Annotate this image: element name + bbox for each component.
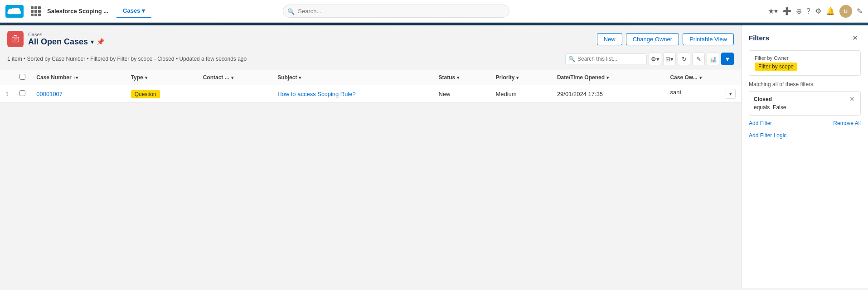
sort-icon-priority: ▾ bbox=[516, 75, 519, 80]
add-filter-button[interactable]: Add Filter bbox=[749, 120, 772, 126]
gear-icon[interactable]: ⚙ bbox=[815, 7, 821, 15]
row-action-button[interactable]: ▾ bbox=[726, 89, 736, 99]
row-num-col bbox=[0, 70, 14, 85]
view-header-right: New Change Owner Printable View bbox=[597, 33, 734, 45]
search-list-input[interactable] bbox=[565, 53, 647, 64]
filter-icon[interactable]: ▼ bbox=[721, 53, 734, 65]
filter-item-content: Closed equals False bbox=[754, 95, 786, 111]
avatar[interactable]: U bbox=[839, 5, 852, 18]
add-icon[interactable]: ➕ bbox=[782, 7, 791, 15]
search-list-icon: 🔍 bbox=[568, 56, 575, 62]
filter-value: False bbox=[773, 104, 786, 111]
list-info: 1 item • Sorted by Case Number • Filtere… bbox=[7, 56, 247, 62]
filter-operator: equals bbox=[754, 104, 770, 111]
search-container: 🔍 bbox=[283, 5, 509, 18]
content-area: Cases All Open Cases ▾ 📌 New Change Owne… bbox=[0, 25, 868, 288]
sort-icon-owner: ▾ bbox=[699, 75, 702, 80]
filters-title: Filters bbox=[749, 34, 769, 42]
refresh-icon[interactable]: ↻ bbox=[678, 53, 690, 65]
main-panel: Cases All Open Cases ▾ 📌 New Change Owne… bbox=[0, 25, 741, 288]
cell-type: Question bbox=[126, 85, 198, 103]
case-owner-text: sant bbox=[670, 89, 681, 96]
cell-status: New bbox=[433, 85, 490, 103]
filter-item: Closed equals False ✕ bbox=[749, 91, 861, 116]
cell-priority: Medium bbox=[490, 85, 552, 103]
gear-list-icon[interactable]: ⚙▾ bbox=[649, 53, 661, 65]
question-icon[interactable]: ? bbox=[806, 7, 810, 15]
col-status[interactable]: Status ▾ bbox=[433, 70, 490, 85]
filter-owner-label: Filter by Owner bbox=[755, 55, 855, 61]
col-date-time-opened[interactable]: Date/Time Opened ▾ bbox=[552, 70, 665, 85]
filter-owner-section: Filter by Owner Filter by scope bbox=[749, 50, 861, 76]
sort-icon-type: ▾ bbox=[145, 75, 147, 80]
sf-logo[interactable] bbox=[5, 5, 24, 18]
cell-case-owner: sant ▾ bbox=[664, 85, 741, 103]
cell-case-number: 00001007 bbox=[31, 85, 125, 103]
view-title: All Open Cases ▾ 📌 bbox=[28, 37, 104, 47]
col-contact[interactable]: Contact ... ▾ bbox=[198, 70, 272, 85]
search-list-container: 🔍 bbox=[565, 53, 647, 64]
nav-icons: ★▾ ➕ ⊕ ? ⚙ 🔔 U bbox=[768, 5, 852, 18]
graph-icon[interactable]: 📊 bbox=[707, 53, 719, 65]
remove-filter-item-button[interactable]: ✕ bbox=[849, 95, 856, 102]
edit-list-icon[interactable]: ✎ bbox=[692, 53, 705, 65]
printable-view-button[interactable]: Printable View bbox=[683, 33, 734, 45]
close-filters-button[interactable]: ✕ bbox=[849, 33, 861, 43]
view-header-left: Cases All Open Cases ▾ 📌 bbox=[7, 31, 104, 47]
breadcrumb-title: Cases All Open Cases ▾ 📌 bbox=[28, 32, 104, 47]
select-all-checkbox[interactable] bbox=[19, 74, 25, 80]
row-number: 1 bbox=[0, 85, 14, 103]
list-toolbar: 1 item • Sorted by Case Number • Filtere… bbox=[0, 51, 741, 68]
cases-tab-chevron: ▾ bbox=[142, 7, 145, 14]
app-name: Salesforce Scoping ... bbox=[47, 8, 108, 14]
col-subject[interactable]: Subject ▾ bbox=[272, 70, 433, 85]
add-filter-logic-button[interactable]: Add Filter Logic bbox=[749, 132, 786, 139]
waffle-icon[interactable]: ⊕ bbox=[796, 7, 802, 15]
breadcrumb: Cases bbox=[28, 32, 104, 37]
pencil-icon[interactable]: ✎ bbox=[857, 7, 863, 15]
table-header-row: Case Number ↑▾ Type ▾ Contact ... bbox=[0, 70, 741, 85]
cases-tab[interactable]: Cases ▾ bbox=[116, 5, 151, 18]
col-case-owner[interactable]: Case Ow... ▾ bbox=[664, 70, 741, 85]
case-number-link[interactable]: 00001007 bbox=[36, 91, 63, 97]
favorites-icon[interactable]: ★▾ bbox=[768, 7, 778, 15]
sort-icon-date: ▾ bbox=[606, 75, 609, 80]
type-badge: Question bbox=[131, 90, 160, 98]
new-button[interactable]: New bbox=[597, 33, 622, 45]
view-title-dropdown[interactable]: ▾ bbox=[91, 39, 94, 45]
grid-icon[interactable] bbox=[31, 6, 41, 16]
search-input[interactable] bbox=[283, 5, 509, 18]
filter-links: Add Filter Remove All bbox=[749, 120, 861, 126]
subject-link[interactable]: How to access Scoping Rule? bbox=[277, 91, 356, 97]
table-row: 1 00001007 Question How to access Scopin… bbox=[0, 85, 741, 103]
sort-icon-subject: ▾ bbox=[299, 75, 301, 80]
cases-table: Case Number ↑▾ Type ▾ Contact ... bbox=[0, 70, 741, 103]
col-type[interactable]: Type ▾ bbox=[126, 70, 198, 85]
checkbox-col[interactable] bbox=[14, 70, 31, 85]
sort-icon-status: ▾ bbox=[457, 75, 459, 80]
cell-contact bbox=[198, 85, 272, 103]
col-priority[interactable]: Priority ▾ bbox=[490, 70, 552, 85]
view-title-text: All Open Cases bbox=[28, 37, 88, 47]
row-checkbox-cell[interactable] bbox=[14, 85, 31, 103]
add-filter-logic: Add Filter Logic bbox=[749, 132, 861, 139]
cell-subject: How to access Scoping Rule? bbox=[272, 85, 433, 103]
pin-icon[interactable]: 📌 bbox=[97, 38, 104, 45]
grid-list-icon[interactable]: ⊞▾ bbox=[663, 53, 676, 65]
filter-field: Closed bbox=[754, 96, 772, 102]
top-nav: Salesforce Scoping ... Cases ▾ 🔍 ★▾ ➕ ⊕ … bbox=[0, 0, 868, 23]
filter-items-container: Closed equals False ✕ bbox=[749, 91, 861, 116]
search-icon: 🔍 bbox=[287, 8, 295, 14]
case-icon bbox=[7, 31, 24, 47]
row-checkbox[interactable] bbox=[19, 90, 25, 96]
cases-tab-label: Cases bbox=[123, 7, 140, 14]
matching-label: Matching all of these filters bbox=[749, 81, 861, 87]
filters-panel: Filters ✕ Filter by Owner Filter by scop… bbox=[741, 25, 868, 288]
remove-all-button[interactable]: Remove All bbox=[833, 120, 861, 126]
col-case-number[interactable]: Case Number ↑▾ bbox=[31, 70, 125, 85]
sort-icon-contact: ▾ bbox=[231, 75, 233, 80]
change-owner-button[interactable]: Change Owner bbox=[626, 33, 679, 45]
bell-icon[interactable]: 🔔 bbox=[826, 7, 835, 15]
filter-owner-badge[interactable]: Filter by scope bbox=[755, 63, 797, 71]
cell-date-time: 29/01/2024 17:35 bbox=[552, 85, 665, 103]
